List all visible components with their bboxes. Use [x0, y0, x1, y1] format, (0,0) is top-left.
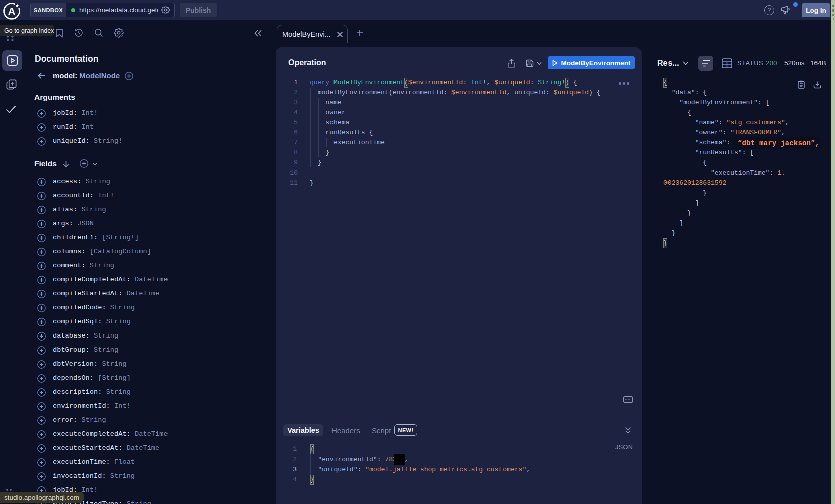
- svg-text:A: A: [8, 6, 15, 17]
